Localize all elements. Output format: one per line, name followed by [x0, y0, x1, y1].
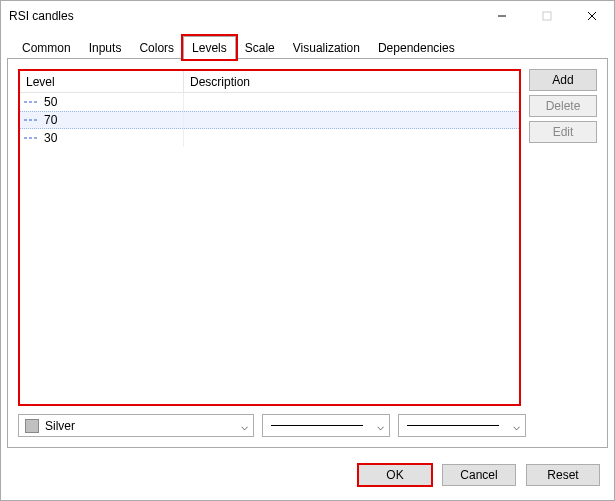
chevron-down-icon: ⌵ [507, 419, 525, 433]
delete-button: Delete [529, 95, 597, 117]
tab-scale[interactable]: Scale [236, 36, 284, 59]
ok-button[interactable]: OK [358, 464, 432, 486]
line-width-combo[interactable]: ⌵ [398, 414, 526, 437]
tab-inputs[interactable]: Inputs [80, 36, 131, 59]
column-header-level[interactable]: Level [20, 71, 184, 92]
footer-buttons: OK Cancel Reset [1, 454, 614, 500]
table-row[interactable]: 70 [20, 111, 519, 129]
color-label: Silver [45, 419, 235, 433]
level-value: 30 [44, 131, 57, 145]
line-style-icon [24, 134, 38, 142]
table-row[interactable]: 30 [20, 129, 519, 147]
style-row: Silver ⌵ ⌵ ⌵ [18, 414, 597, 437]
reset-button[interactable]: Reset [526, 464, 600, 486]
column-header-description[interactable]: Description [184, 75, 519, 89]
dialog-window: RSI candles Common Inputs Colors Levels … [0, 0, 615, 501]
level-value: 50 [44, 95, 57, 109]
line-style-icon [24, 116, 38, 124]
maximize-button [524, 1, 569, 31]
levels-table[interactable]: Level Description 50 [18, 69, 521, 406]
tab-dependencies[interactable]: Dependencies [369, 36, 464, 59]
line-style-icon [24, 98, 38, 106]
titlebar: RSI candles [1, 1, 614, 31]
tab-panel-levels: Level Description 50 [7, 58, 608, 448]
line-style-combo[interactable]: ⌵ [262, 414, 390, 437]
level-value: 70 [44, 113, 57, 127]
close-button[interactable] [569, 1, 614, 31]
color-combo[interactable]: Silver ⌵ [18, 414, 254, 437]
line-width-sample [399, 425, 507, 426]
table-body: 50 70 [20, 93, 519, 404]
tab-visualization[interactable]: Visualization [284, 36, 369, 59]
content-area: Common Inputs Colors Levels Scale Visual… [1, 31, 614, 454]
side-buttons: Add Delete Edit [529, 69, 597, 406]
svg-rect-1 [543, 12, 551, 20]
edit-button: Edit [529, 121, 597, 143]
minimize-button[interactable] [479, 1, 524, 31]
tab-levels[interactable]: Levels [183, 36, 236, 59]
chevron-down-icon: ⌵ [235, 419, 253, 433]
color-swatch [25, 419, 39, 433]
chevron-down-icon: ⌵ [371, 419, 389, 433]
cancel-button[interactable]: Cancel [442, 464, 516, 486]
tab-common[interactable]: Common [13, 36, 80, 59]
line-style-sample [263, 425, 371, 426]
table-header: Level Description [20, 71, 519, 93]
table-row[interactable]: 50 [20, 93, 519, 111]
add-button[interactable]: Add [529, 69, 597, 91]
tab-bar: Common Inputs Colors Levels Scale Visual… [13, 35, 608, 58]
tab-colors[interactable]: Colors [130, 36, 183, 59]
window-title: RSI candles [9, 9, 479, 23]
